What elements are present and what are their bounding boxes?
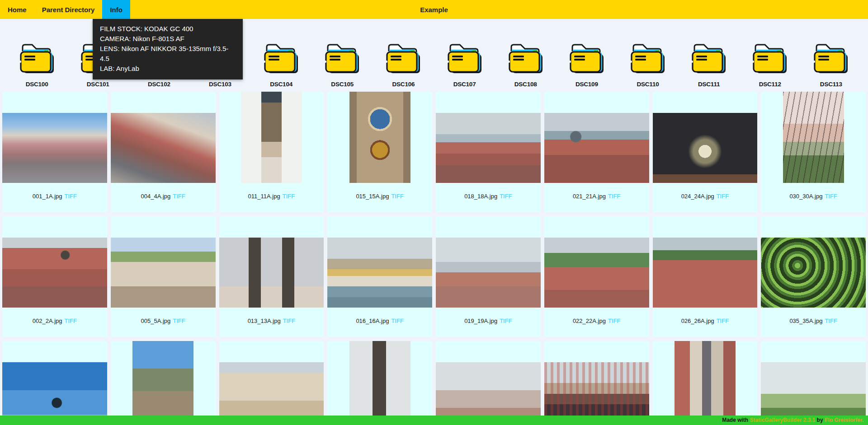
photo-thumbnail-013_13A.jpg[interactable] xyxy=(219,238,324,308)
folder-dsc110[interactable]: DSC110 xyxy=(623,42,673,88)
tiff-link[interactable]: TIFF xyxy=(283,318,295,324)
tiff-link[interactable]: TIFF xyxy=(500,193,512,200)
photo-caption: 026_26A.jpgTIFF xyxy=(681,318,729,324)
photo-thumbnail-004_4A.jpg[interactable] xyxy=(111,113,216,183)
thumbnail-area xyxy=(761,92,866,183)
photo-cell: 013_13A.jpgTIFF xyxy=(219,216,324,337)
photo-thumbnail-024_24A.jpg[interactable] xyxy=(653,113,758,183)
photo-thumbnail-026_26A.jpg[interactable] xyxy=(653,238,758,308)
folder-dsc109[interactable]: DSC109 xyxy=(562,42,612,88)
tiff-link[interactable]: TIFF xyxy=(391,318,403,324)
photo-row: 002_2A.jpgTIFF005_5A.jpgTIFF013_13A.jpgT… xyxy=(2,216,866,337)
folder-dsc107[interactable]: DSC107 xyxy=(440,42,490,88)
photo-caption: 015_15A.jpgTIFF xyxy=(356,193,403,200)
tiff-link[interactable]: TIFF xyxy=(608,193,620,200)
photo-filename: 019_19A.jpg xyxy=(464,318,497,324)
photo-caption: 030_30A.jpgTIFF xyxy=(789,193,837,200)
photo-cell xyxy=(219,341,324,425)
photo-thumbnail-022_22A.jpg[interactable] xyxy=(544,238,649,308)
photo-filename: 002_2A.jpg xyxy=(33,318,62,324)
tiff-link[interactable]: TIFF xyxy=(173,193,185,200)
photo-caption: 011_11A.jpgTIFF xyxy=(248,193,295,200)
thumbnail-area xyxy=(219,216,324,308)
photo-thumbnail-005_5A.jpg[interactable] xyxy=(111,238,216,308)
info-tooltip: FILM STOCK: KODAK GC 400 CAMERA: Nikon F… xyxy=(93,19,243,79)
folder-icon xyxy=(322,42,362,75)
tiff-link[interactable]: TIFF xyxy=(65,193,77,200)
photo-cell: 030_30A.jpgTIFF xyxy=(761,92,866,212)
author-link[interactable]: Flo Greistorfer. xyxy=(825,417,863,423)
photo-cell: 011_11A.jpgTIFF xyxy=(219,92,324,212)
photo-thumbnail[interactable] xyxy=(675,341,736,425)
folder-label: DSC113 xyxy=(820,81,842,88)
tiff-link[interactable]: TIFF xyxy=(391,193,403,200)
photo-caption: 004_4A.jpgTIFF xyxy=(141,193,185,200)
nav-item-info[interactable]: Info xyxy=(102,0,130,19)
photo-thumbnail[interactable] xyxy=(132,341,193,425)
tiff-link[interactable]: TIFF xyxy=(825,193,837,200)
photo-thumbnail-018_18A.jpg[interactable] xyxy=(436,113,541,183)
photo-thumbnail-021_21A.jpg[interactable] xyxy=(544,113,649,183)
photo-caption: 035_35A.jpgTIFF xyxy=(789,318,837,324)
page-title: Example xyxy=(0,0,868,19)
folder-dsc106[interactable]: DSC106 xyxy=(378,42,428,88)
folder-dsc113[interactable]: DSC113 xyxy=(806,42,856,88)
photo-filename: 005_5A.jpg xyxy=(141,318,171,324)
thumbnail-area xyxy=(2,92,107,183)
photo-thumbnail-030_30A.jpg[interactable] xyxy=(783,92,844,183)
folder-dsc100[interactable]: DSC100 xyxy=(12,42,62,88)
tiff-link[interactable]: TIFF xyxy=(717,193,729,200)
thumbnail-area xyxy=(761,216,866,308)
photo-cell: 015_15A.jpgTIFF xyxy=(327,92,432,212)
folder-dsc108[interactable]: DSC108 xyxy=(501,42,551,88)
tooltip-line-film-stock: FILM STOCK: KODAK GC 400 xyxy=(100,24,236,34)
photo-filename: 013_13A.jpg xyxy=(248,318,281,324)
thumbnail-area xyxy=(111,341,216,425)
builder-link[interactable]: StaticGalleryBuilder 2.3.1 xyxy=(750,417,816,423)
photo-thumbnail-035_35A.jpg[interactable] xyxy=(761,238,866,308)
thumbnail-area xyxy=(544,341,649,425)
photo-cell xyxy=(653,341,758,425)
photo-caption: 021_21A.jpgTIFF xyxy=(573,193,620,200)
folder-dsc104[interactable]: DSC104 xyxy=(256,42,306,88)
thumbnail-area xyxy=(436,216,541,308)
tiff-link[interactable]: TIFF xyxy=(65,318,77,324)
photo-filename: 035_35A.jpg xyxy=(789,318,822,324)
folder-dsc105[interactable]: DSC105 xyxy=(317,42,367,88)
folder-label: DSC109 xyxy=(576,81,598,88)
thumbnail-area xyxy=(653,341,758,425)
folder-label: DSC111 xyxy=(698,81,720,88)
photo-thumbnail-016_16A.jpg[interactable] xyxy=(327,238,432,308)
photo-cell: 016_16A.jpgTIFF xyxy=(327,216,432,337)
nav-item-home[interactable]: Home xyxy=(0,0,34,19)
photo-filename: 018_18A.jpg xyxy=(464,193,497,200)
folder-label: DSC110 xyxy=(637,81,659,88)
tiff-link[interactable]: TIFF xyxy=(825,318,837,324)
folder-dsc112[interactable]: DSC112 xyxy=(745,42,795,88)
photo-thumbnail-001_1A.jpg[interactable] xyxy=(2,113,107,183)
nav-item-parent-directory[interactable]: Parent Directory xyxy=(34,0,103,19)
photo-cell: 026_26A.jpgTIFF xyxy=(653,216,758,337)
thumbnail-area xyxy=(327,216,432,308)
tiff-link[interactable]: TIFF xyxy=(173,318,185,324)
photo-caption: 019_19A.jpgTIFF xyxy=(464,318,512,324)
tooltip-line-lens: LENS: Nikon AF NIKKOR 35-135mm f/3.5-4.5 xyxy=(100,44,236,64)
photo-thumbnail-015_15A.jpg[interactable] xyxy=(349,92,410,183)
folder-icon xyxy=(506,42,546,75)
thumbnail-area xyxy=(219,92,324,183)
photo-thumbnail-002_2A.jpg[interactable] xyxy=(2,238,107,308)
photo-thumbnail-019_19A.jpg[interactable] xyxy=(436,238,541,308)
photo-thumbnail-011_11A.jpg[interactable] xyxy=(241,92,302,183)
folder-dsc111[interactable]: DSC111 xyxy=(684,42,734,88)
photo-gallery: 001_1A.jpgTIFF004_4A.jpgTIFF011_11A.jpgT… xyxy=(0,92,868,425)
photo-filename: 015_15A.jpg xyxy=(356,193,389,200)
thumbnail-area xyxy=(111,92,216,183)
tiff-link[interactable]: TIFF xyxy=(608,318,620,324)
thumbnail-area xyxy=(111,216,216,308)
folder-label: DSC108 xyxy=(514,81,537,88)
tiff-link[interactable]: TIFF xyxy=(717,318,729,324)
tiff-link[interactable]: TIFF xyxy=(500,318,512,324)
tiff-link[interactable]: TIFF xyxy=(283,193,295,200)
photo-thumbnail[interactable] xyxy=(349,341,410,425)
tooltip-line-lab: LAB: AnyLab xyxy=(100,64,236,74)
